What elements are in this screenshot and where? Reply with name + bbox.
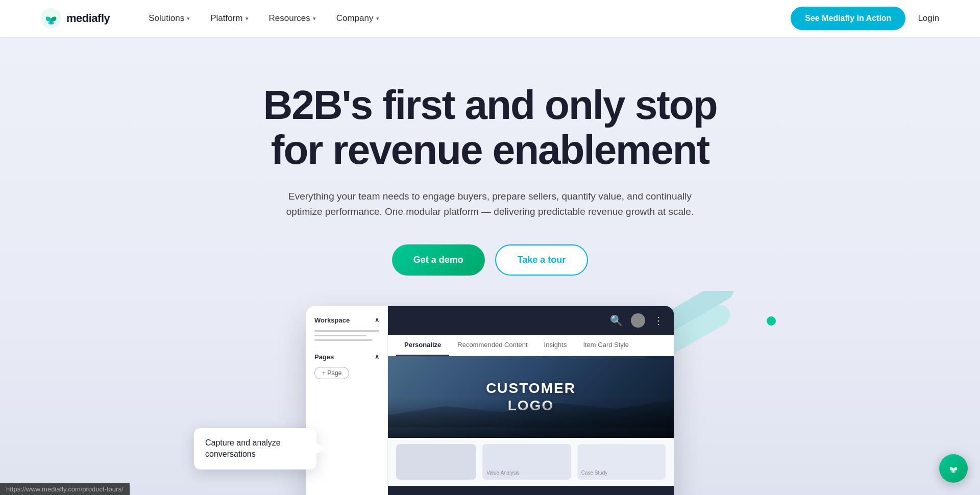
- mockup-cards-row: Value Analysis Case Study: [388, 438, 674, 486]
- tab-recommended-content[interactable]: Recommended Content: [449, 335, 535, 356]
- add-page-button[interactable]: + Page: [314, 367, 349, 379]
- tab-item-card-style[interactable]: Item Card Style: [575, 335, 637, 356]
- sidebar-line-2: [314, 335, 366, 336]
- nav-company[interactable]: Company ▾: [328, 9, 387, 28]
- fab-icon: [946, 461, 961, 476]
- tab-personalize[interactable]: Personalize: [396, 335, 449, 356]
- hero-section: B2B's first and only stop for revenue en…: [0, 37, 980, 495]
- fab-button[interactable]: [939, 454, 968, 483]
- platform-chevron-icon: ▾: [246, 15, 249, 22]
- nav-resources[interactable]: Resources ▾: [261, 9, 324, 28]
- pages-chevron-icon: ∧: [375, 353, 379, 360]
- take-tour-button[interactable]: Take a tour: [495, 244, 589, 276]
- mockup-topbar: 🔍 ⋮: [388, 306, 674, 335]
- sidebar-line-1: [314, 330, 379, 332]
- mockup-card-3: Case Study: [577, 444, 666, 480]
- navbar-left: mediafly Solutions ▾ Platform ▾ Resource…: [41, 8, 387, 29]
- tooltip-arrow-icon: [316, 443, 327, 454]
- nav-links: Solutions ▾ Platform ▾ Resources ▾ Compa…: [140, 9, 387, 28]
- tab-insights[interactable]: Insights: [536, 335, 575, 356]
- brand-name: mediafly: [66, 12, 110, 25]
- mockup-sidebar: Workspace ∧ Pages ∧ + Page: [306, 306, 388, 495]
- nav-platform[interactable]: Platform ▾: [202, 9, 256, 28]
- avatar: [631, 313, 645, 328]
- card-2-label: Value Analysis: [486, 470, 519, 476]
- url-bar: https://www.mediafly.com/product-tours/: [0, 483, 130, 495]
- app-mockup: Workspace ∧ Pages ∧ + Page: [306, 306, 674, 495]
- pages-header: Pages ∧: [314, 353, 379, 361]
- hero-buttons: Get a demo Take a tour: [392, 244, 589, 276]
- mockup-tabs: Personalize Recommended Content Insights…: [388, 335, 674, 356]
- mediafly-logo-icon: [41, 8, 61, 29]
- sidebar-line-3: [314, 339, 373, 341]
- mockup-card-2: Value Analysis: [482, 444, 571, 480]
- workspace-chevron-icon: ∧: [375, 316, 379, 324]
- hero-subtitle: Everything your team needs to engage buy…: [286, 189, 694, 220]
- login-button[interactable]: Login: [918, 13, 939, 23]
- mockup-hero-image: CUSTOMERLOGO: [388, 356, 674, 438]
- card-3-label: Case Study: [581, 470, 608, 476]
- workspace-header: Workspace ∧: [314, 316, 379, 324]
- decorative-dot: [767, 316, 776, 326]
- navbar-right: See Mediafly in Action Login: [791, 7, 939, 30]
- tooltip-text: Capture and analyze conversations: [205, 438, 281, 458]
- product-area: Workspace ∧ Pages ∧ + Page: [296, 306, 684, 495]
- hero-title: B2B's first and only stop for revenue en…: [240, 83, 740, 172]
- mockup-card-1: [396, 444, 476, 480]
- navbar: mediafly Solutions ▾ Platform ▾ Resource…: [0, 0, 980, 37]
- sidebar-lines: [314, 330, 379, 341]
- solutions-chevron-icon: ▾: [187, 15, 190, 22]
- get-demo-button[interactable]: Get a demo: [392, 244, 485, 276]
- see-mediafly-button[interactable]: See Mediafly in Action: [791, 7, 905, 30]
- resources-chevron-icon: ▾: [313, 15, 316, 22]
- tooltip-bubble: Capture and analyze conversations: [194, 428, 316, 469]
- logo[interactable]: mediafly: [41, 8, 110, 29]
- company-chevron-icon: ▾: [376, 15, 379, 22]
- search-icon[interactable]: 🔍: [610, 314, 623, 327]
- more-options-icon[interactable]: ⋮: [653, 314, 664, 327]
- mockup-content: CUSTOMERLOGO Value Analysis Case Study: [388, 356, 674, 486]
- nav-solutions[interactable]: Solutions ▾: [140, 9, 198, 28]
